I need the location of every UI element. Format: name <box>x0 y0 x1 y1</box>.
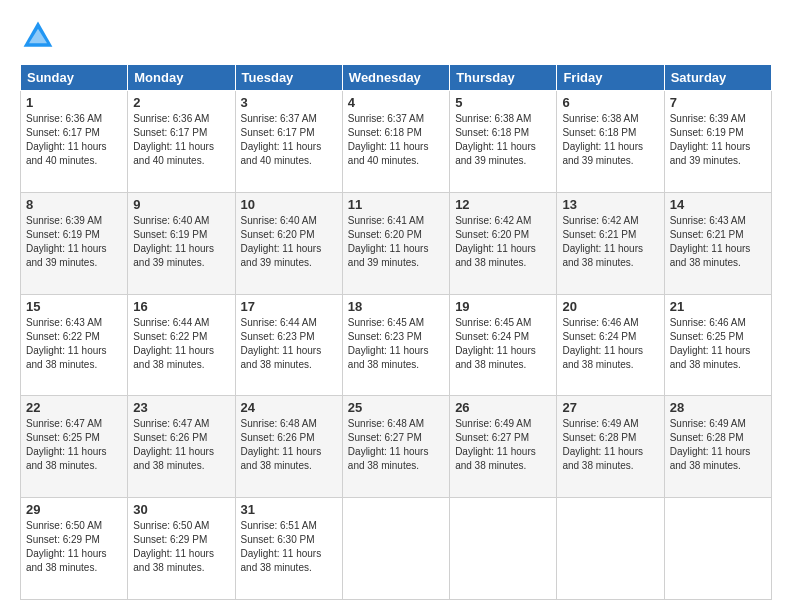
day-number: 13 <box>562 197 658 212</box>
day-number: 19 <box>455 299 551 314</box>
day-cell-17: 17Sunrise: 6:44 AM Sunset: 6:23 PM Dayli… <box>235 294 342 396</box>
day-number: 7 <box>670 95 766 110</box>
day-info: Sunrise: 6:49 AM Sunset: 6:28 PM Dayligh… <box>562 417 658 473</box>
day-cell-15: 15Sunrise: 6:43 AM Sunset: 6:22 PM Dayli… <box>21 294 128 396</box>
day-info: Sunrise: 6:51 AM Sunset: 6:30 PM Dayligh… <box>241 519 337 575</box>
day-cell-21: 21Sunrise: 6:46 AM Sunset: 6:25 PM Dayli… <box>664 294 771 396</box>
day-info: Sunrise: 6:40 AM Sunset: 6:20 PM Dayligh… <box>241 214 337 270</box>
day-info: Sunrise: 6:39 AM Sunset: 6:19 PM Dayligh… <box>670 112 766 168</box>
day-info: Sunrise: 6:37 AM Sunset: 6:18 PM Dayligh… <box>348 112 444 168</box>
day-info: Sunrise: 6:37 AM Sunset: 6:17 PM Dayligh… <box>241 112 337 168</box>
day-number: 17 <box>241 299 337 314</box>
empty-cell <box>450 498 557 600</box>
day-info: Sunrise: 6:42 AM Sunset: 6:21 PM Dayligh… <box>562 214 658 270</box>
day-cell-11: 11Sunrise: 6:41 AM Sunset: 6:20 PM Dayli… <box>342 192 449 294</box>
day-number: 1 <box>26 95 122 110</box>
day-cell-1: 1Sunrise: 6:36 AM Sunset: 6:17 PM Daylig… <box>21 91 128 193</box>
day-cell-16: 16Sunrise: 6:44 AM Sunset: 6:22 PM Dayli… <box>128 294 235 396</box>
day-cell-22: 22Sunrise: 6:47 AM Sunset: 6:25 PM Dayli… <box>21 396 128 498</box>
day-info: Sunrise: 6:49 AM Sunset: 6:27 PM Dayligh… <box>455 417 551 473</box>
day-info: Sunrise: 6:40 AM Sunset: 6:19 PM Dayligh… <box>133 214 229 270</box>
day-info: Sunrise: 6:50 AM Sunset: 6:29 PM Dayligh… <box>133 519 229 575</box>
day-number: 14 <box>670 197 766 212</box>
day-info: Sunrise: 6:39 AM Sunset: 6:19 PM Dayligh… <box>26 214 122 270</box>
week-row-3: 15Sunrise: 6:43 AM Sunset: 6:22 PM Dayli… <box>21 294 772 396</box>
week-row-2: 8Sunrise: 6:39 AM Sunset: 6:19 PM Daylig… <box>21 192 772 294</box>
day-number: 2 <box>133 95 229 110</box>
day-info: Sunrise: 6:42 AM Sunset: 6:20 PM Dayligh… <box>455 214 551 270</box>
day-info: Sunrise: 6:46 AM Sunset: 6:25 PM Dayligh… <box>670 316 766 372</box>
day-cell-13: 13Sunrise: 6:42 AM Sunset: 6:21 PM Dayli… <box>557 192 664 294</box>
page: SundayMondayTuesdayWednesdayThursdayFrid… <box>0 0 792 612</box>
day-number: 12 <box>455 197 551 212</box>
day-cell-7: 7Sunrise: 6:39 AM Sunset: 6:19 PM Daylig… <box>664 91 771 193</box>
day-cell-8: 8Sunrise: 6:39 AM Sunset: 6:19 PM Daylig… <box>21 192 128 294</box>
day-number: 26 <box>455 400 551 415</box>
day-number: 30 <box>133 502 229 517</box>
day-number: 11 <box>348 197 444 212</box>
day-number: 27 <box>562 400 658 415</box>
day-number: 3 <box>241 95 337 110</box>
weekday-header-row: SundayMondayTuesdayWednesdayThursdayFrid… <box>21 65 772 91</box>
day-number: 25 <box>348 400 444 415</box>
day-cell-14: 14Sunrise: 6:43 AM Sunset: 6:21 PM Dayli… <box>664 192 771 294</box>
day-cell-18: 18Sunrise: 6:45 AM Sunset: 6:23 PM Dayli… <box>342 294 449 396</box>
empty-cell <box>342 498 449 600</box>
day-cell-5: 5Sunrise: 6:38 AM Sunset: 6:18 PM Daylig… <box>450 91 557 193</box>
day-number: 22 <box>26 400 122 415</box>
day-cell-30: 30Sunrise: 6:50 AM Sunset: 6:29 PM Dayli… <box>128 498 235 600</box>
day-cell-6: 6Sunrise: 6:38 AM Sunset: 6:18 PM Daylig… <box>557 91 664 193</box>
day-info: Sunrise: 6:46 AM Sunset: 6:24 PM Dayligh… <box>562 316 658 372</box>
day-cell-10: 10Sunrise: 6:40 AM Sunset: 6:20 PM Dayli… <box>235 192 342 294</box>
day-info: Sunrise: 6:47 AM Sunset: 6:25 PM Dayligh… <box>26 417 122 473</box>
day-cell-27: 27Sunrise: 6:49 AM Sunset: 6:28 PM Dayli… <box>557 396 664 498</box>
logo <box>20 18 62 54</box>
day-cell-12: 12Sunrise: 6:42 AM Sunset: 6:20 PM Dayli… <box>450 192 557 294</box>
day-info: Sunrise: 6:43 AM Sunset: 6:22 PM Dayligh… <box>26 316 122 372</box>
day-info: Sunrise: 6:44 AM Sunset: 6:22 PM Dayligh… <box>133 316 229 372</box>
day-info: Sunrise: 6:36 AM Sunset: 6:17 PM Dayligh… <box>133 112 229 168</box>
day-number: 28 <box>670 400 766 415</box>
day-cell-20: 20Sunrise: 6:46 AM Sunset: 6:24 PM Dayli… <box>557 294 664 396</box>
day-info: Sunrise: 6:41 AM Sunset: 6:20 PM Dayligh… <box>348 214 444 270</box>
day-number: 8 <box>26 197 122 212</box>
day-cell-23: 23Sunrise: 6:47 AM Sunset: 6:26 PM Dayli… <box>128 396 235 498</box>
day-number: 31 <box>241 502 337 517</box>
empty-cell <box>664 498 771 600</box>
day-cell-3: 3Sunrise: 6:37 AM Sunset: 6:17 PM Daylig… <box>235 91 342 193</box>
logo-icon <box>20 18 56 54</box>
day-cell-24: 24Sunrise: 6:48 AM Sunset: 6:26 PM Dayli… <box>235 396 342 498</box>
day-cell-2: 2Sunrise: 6:36 AM Sunset: 6:17 PM Daylig… <box>128 91 235 193</box>
day-number: 20 <box>562 299 658 314</box>
weekday-header-sunday: Sunday <box>21 65 128 91</box>
weekday-header-tuesday: Tuesday <box>235 65 342 91</box>
day-number: 21 <box>670 299 766 314</box>
day-cell-28: 28Sunrise: 6:49 AM Sunset: 6:28 PM Dayli… <box>664 396 771 498</box>
week-row-5: 29Sunrise: 6:50 AM Sunset: 6:29 PM Dayli… <box>21 498 772 600</box>
day-info: Sunrise: 6:50 AM Sunset: 6:29 PM Dayligh… <box>26 519 122 575</box>
weekday-header-friday: Friday <box>557 65 664 91</box>
weekday-header-wednesday: Wednesday <box>342 65 449 91</box>
day-cell-31: 31Sunrise: 6:51 AM Sunset: 6:30 PM Dayli… <box>235 498 342 600</box>
day-cell-4: 4Sunrise: 6:37 AM Sunset: 6:18 PM Daylig… <box>342 91 449 193</box>
day-info: Sunrise: 6:38 AM Sunset: 6:18 PM Dayligh… <box>562 112 658 168</box>
day-number: 18 <box>348 299 444 314</box>
day-cell-26: 26Sunrise: 6:49 AM Sunset: 6:27 PM Dayli… <box>450 396 557 498</box>
header <box>20 18 772 54</box>
day-number: 10 <box>241 197 337 212</box>
day-number: 4 <box>348 95 444 110</box>
day-info: Sunrise: 6:38 AM Sunset: 6:18 PM Dayligh… <box>455 112 551 168</box>
day-cell-19: 19Sunrise: 6:45 AM Sunset: 6:24 PM Dayli… <box>450 294 557 396</box>
day-cell-9: 9Sunrise: 6:40 AM Sunset: 6:19 PM Daylig… <box>128 192 235 294</box>
day-info: Sunrise: 6:47 AM Sunset: 6:26 PM Dayligh… <box>133 417 229 473</box>
day-info: Sunrise: 6:44 AM Sunset: 6:23 PM Dayligh… <box>241 316 337 372</box>
calendar-table: SundayMondayTuesdayWednesdayThursdayFrid… <box>20 64 772 600</box>
day-cell-25: 25Sunrise: 6:48 AM Sunset: 6:27 PM Dayli… <box>342 396 449 498</box>
day-info: Sunrise: 6:45 AM Sunset: 6:24 PM Dayligh… <box>455 316 551 372</box>
empty-cell <box>557 498 664 600</box>
day-info: Sunrise: 6:45 AM Sunset: 6:23 PM Dayligh… <box>348 316 444 372</box>
week-row-4: 22Sunrise: 6:47 AM Sunset: 6:25 PM Dayli… <box>21 396 772 498</box>
day-info: Sunrise: 6:49 AM Sunset: 6:28 PM Dayligh… <box>670 417 766 473</box>
day-number: 24 <box>241 400 337 415</box>
weekday-header-monday: Monday <box>128 65 235 91</box>
